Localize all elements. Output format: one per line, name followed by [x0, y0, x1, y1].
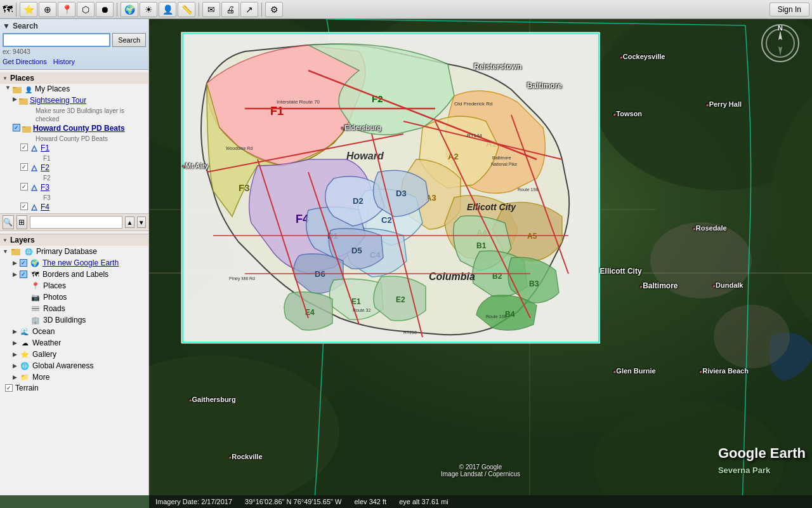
global-awareness-item[interactable]: ▶ 🌐 Global Awareness	[0, 360, 148, 371]
navigation-control[interactable]: N	[761, 24, 799, 62]
places-title: Places	[10, 74, 34, 83]
add-folder-button[interactable]: 🔍	[3, 215, 14, 229]
ocean-icon: 🌊	[20, 326, 30, 337]
places-filter-input[interactable]	[30, 216, 122, 229]
gallery-item[interactable]: ▶ ⭐ Gallery	[0, 349, 148, 360]
svg-text:F1: F1	[270, 105, 284, 117]
toolbar-separator-1	[16, 3, 16, 17]
f3-item[interactable]: F3	[0, 182, 148, 194]
f4-label[interactable]: F4	[41, 203, 49, 211]
photos-item[interactable]: 📷 Photos	[0, 291, 148, 303]
my-places-item[interactable]: ▼ 👤 My Places	[0, 84, 148, 95]
f1-checkbox[interactable]	[20, 144, 28, 151]
howard-county-checkbox[interactable]	[13, 124, 20, 131]
primary-db-arrow[interactable]: ▼	[3, 248, 8, 255]
svg-point-19	[650, 222, 752, 298]
new-ge-item[interactable]: ▶ 🌍 The new Google Earth	[0, 257, 148, 269]
f4-item[interactable]: F4	[0, 202, 148, 213]
map-area[interactable]: F1 F2 F3 F4 Howard A1 A2 A3 A4 A5	[149, 19, 812, 495]
layers-header[interactable]: ▼ Layers	[0, 234, 148, 246]
svg-text:D3: D3	[396, 189, 407, 198]
terrain-label: Terrain	[15, 384, 39, 392]
terrain-checkbox[interactable]	[5, 384, 13, 392]
svg-marker-4	[32, 166, 37, 171]
sign-in-button[interactable]: Sign In	[769, 3, 809, 17]
roads-item[interactable]: Roads	[0, 303, 148, 314]
search-input[interactable]	[3, 33, 110, 47]
f2-checkbox[interactable]	[20, 163, 28, 171]
places-header[interactable]: ▼ Places	[0, 72, 148, 84]
sightseeing-tour-label[interactable]: Sightseeing Tour	[30, 96, 86, 105]
weather-arrow[interactable]: ▶	[13, 340, 17, 346]
places-triangle: ▼	[3, 76, 8, 81]
sightseeing-folder-icon	[18, 96, 29, 106]
global-awareness-arrow[interactable]: ▶	[13, 363, 17, 369]
status-bar: Imagery Date: 2/17/2017 39°16'02.86" N 7…	[149, 495, 812, 508]
sightseeing-tour-item[interactable]: ▶ Sightseeing Tour	[0, 95, 148, 107]
svg-text:Old Frederick Rd: Old Frederick Rd	[454, 101, 492, 107]
more-arrow[interactable]: ▶	[13, 374, 17, 380]
svg-text:Piney Mill Rd: Piney Mill Rd	[229, 276, 255, 281]
f2-item[interactable]: F2	[0, 163, 148, 174]
toolbar-separator-4	[261, 3, 262, 17]
toggle-view-button[interactable]: ⊞	[16, 215, 28, 229]
add-polygon-button[interactable]: ⬡	[77, 2, 95, 17]
places-layer-label: Places	[43, 281, 66, 290]
new-ge-checkbox[interactable]	[20, 259, 27, 267]
gallery-arrow[interactable]: ▶	[13, 351, 17, 358]
howard-county-item[interactable]: Howard County PD Beats	[0, 123, 148, 135]
print-button[interactable]: 🖨	[221, 2, 239, 17]
svg-text:E2: E2	[396, 295, 405, 304]
ocean-item[interactable]: ▶ 🌊 Ocean	[0, 326, 148, 337]
my-places-arrow[interactable]: ▼	[5, 84, 11, 91]
earth-button[interactable]: 🌍	[121, 2, 138, 17]
f4-poly-icon	[29, 203, 39, 213]
f2-label[interactable]: F2	[41, 163, 49, 172]
search-collapse-arrow[interactable]: ▼	[3, 22, 10, 30]
sky-button[interactable]: ☀	[140, 2, 157, 17]
street-view-button[interactable]: 👤	[159, 2, 176, 17]
share-button[interactable]: ↗	[240, 2, 258, 17]
buildings-item[interactable]: 🏢 3D Buildings	[0, 314, 148, 326]
add-placemark2-button[interactable]: ⊕	[39, 2, 56, 17]
get-directions-link[interactable]: Get Directions	[3, 58, 47, 65]
gallery-label: Gallery	[32, 350, 56, 359]
layers-title: Layers	[10, 236, 35, 244]
roads-label: Roads	[43, 304, 65, 313]
sightseeing-note: Make sure 3D Buildings layer is checked	[0, 107, 148, 123]
terrain-item[interactable]: Terrain	[0, 383, 148, 393]
weather-item[interactable]: ▶ ☁ Weather	[0, 337, 148, 349]
f3-label[interactable]: F3	[41, 183, 49, 192]
toolbar-separator-3	[199, 3, 199, 17]
weather-label: Weather	[32, 338, 61, 347]
places-toolbar: 🔍 ⊞ ▲ ▼	[0, 213, 148, 231]
ocean-arrow[interactable]: ▶	[13, 328, 17, 335]
borders-checkbox[interactable]	[20, 271, 27, 278]
history-link[interactable]: History	[53, 58, 75, 65]
primary-db-item[interactable]: ▼ 🌐 Primary Database	[0, 246, 148, 257]
add-path-button[interactable]: 📍	[58, 2, 75, 17]
search-button[interactable]: Search	[112, 33, 146, 47]
f1-label[interactable]: F1	[41, 144, 49, 152]
svg-marker-6	[32, 205, 37, 210]
more-item[interactable]: ▶ 📁 More	[0, 371, 148, 383]
places-layer-item[interactable]: 📍 Places	[0, 280, 148, 291]
ruler-button[interactable]: 📏	[178, 2, 195, 17]
county-map-overlay: F1 F2 F3 F4 Howard A1 A2 A3 A4 A5	[181, 32, 599, 343]
f3-checkbox[interactable]	[20, 183, 28, 190]
borders-item[interactable]: ▶ 🗺 Borders and Labels	[0, 269, 148, 280]
new-ge-arrow[interactable]: ▶	[13, 260, 17, 266]
places-up-button[interactable]: ▲	[125, 217, 134, 228]
svg-text:B3: B3	[529, 279, 539, 288]
places-down-button[interactable]: ▼	[137, 217, 146, 228]
howard-county-label[interactable]: Howard County PD Beats	[33, 124, 125, 133]
f1-item[interactable]: F1	[0, 143, 148, 154]
f4-checkbox[interactable]	[20, 203, 28, 210]
email-button[interactable]: ✉	[202, 2, 220, 17]
new-ge-label[interactable]: The new Google Earth	[43, 258, 119, 267]
sightseeing-arrow[interactable]: ▶	[13, 96, 17, 102]
view-options-button[interactable]: ⚙	[265, 2, 283, 17]
add-placemark-button[interactable]: ⭐	[20, 2, 37, 17]
add-tour-button[interactable]: ⏺	[96, 2, 114, 17]
borders-arrow[interactable]: ▶	[13, 271, 17, 277]
